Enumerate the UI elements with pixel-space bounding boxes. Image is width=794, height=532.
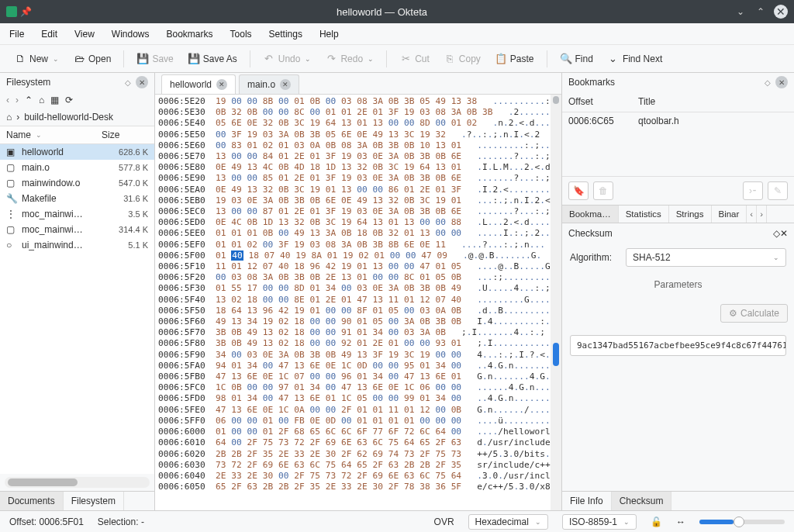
back-button[interactable]: ‹ <box>6 95 9 105</box>
forward-button[interactable]: › <box>16 95 19 105</box>
rtab-statistics[interactable]: Statistics <box>619 206 669 223</box>
cut-button[interactable]: ✂Cut <box>395 50 434 68</box>
bookmark-row[interactable]: 0006:6C65 qtoolbar.h <box>562 112 794 130</box>
search-icon: 🔍 <box>560 53 572 65</box>
hscrollbar[interactable] <box>5 477 150 488</box>
find-button[interactable]: 🔍Find <box>555 50 598 68</box>
fit-width-icon[interactable]: ↔ <box>676 516 685 527</box>
tab-helloworld[interactable]: helloworld✕ <box>161 74 236 94</box>
checksum-header: Checksum ◇ ✕ <box>562 223 794 244</box>
header-name[interactable]: Name⌄ <box>6 130 102 140</box>
file-name: ui_mainwind… <box>22 240 101 250</box>
file-row[interactable]: ○ui_mainwind…5.1 K <box>0 237 154 253</box>
calculate-button[interactable]: ⚙Calculate <box>720 304 788 323</box>
file-row[interactable]: ⋮moc_mainwi…3.5 K <box>0 206 154 222</box>
close-tab-icon[interactable]: ✕ <box>280 79 291 90</box>
file-row[interactable]: ▣helloworld628.6 K <box>0 144 154 160</box>
file-size: 3.5 K <box>105 209 148 219</box>
saveas-button[interactable]: 💾Save As <box>183 50 242 68</box>
file-size: 577.8 K <box>105 163 148 172</box>
vscrollbar[interactable] <box>551 95 561 510</box>
grid-icon[interactable]: ▦ <box>50 95 59 105</box>
menu-edit[interactable]: Edit <box>41 29 57 40</box>
menu-bookmarks[interactable]: Bookmarks <box>167 29 213 40</box>
findnext-icon: ⌄ <box>607 53 620 65</box>
up-button[interactable]: ⌃ <box>25 95 33 105</box>
window-title: helloworld — Okteta <box>36 6 727 18</box>
file-row[interactable]: ▢mainwindow.o547.0 K <box>0 175 154 191</box>
rtab-scroll-left[interactable]: ‹ <box>747 206 757 223</box>
minimize-button[interactable]: ⌄ <box>734 5 747 19</box>
coding-combo[interactable]: Hexadecimal⌄ <box>468 514 548 530</box>
hex-view[interactable]: 0006:5E20 19 00 00 8B 00 01 0B 00 03 08 … <box>155 95 561 510</box>
paste-button[interactable]: 📋Paste <box>490 50 539 68</box>
copy-button[interactable]: ⎘Copy <box>439 50 485 68</box>
save-button[interactable]: 💾Save <box>132 50 178 68</box>
delete-bookmark-button[interactable]: 🗑 <box>593 181 613 200</box>
menu-file[interactable]: File <box>9 29 24 40</box>
rtab-bookmarks[interactable]: Bookma… <box>562 206 619 223</box>
lock-icon[interactable]: 🔓 <box>651 516 662 527</box>
new-button[interactable]: 🗋New⌄ <box>9 50 64 68</box>
file-row[interactable]: ▢moc_mainwi…314.4 K <box>0 222 154 237</box>
tab-filesystem[interactable]: Filesystem <box>64 492 124 510</box>
editor-area: helloworld✕ main.o✕ 0006:5E20 19 00 00 8… <box>155 73 561 510</box>
tab-checksum[interactable]: Checksum <box>612 492 672 510</box>
pin-icon[interactable]: 📌 <box>20 6 32 17</box>
status-offset: Offset: 0006:5F01 <box>9 516 84 527</box>
maximize-button[interactable]: ⌃ <box>754 5 768 19</box>
file-icon: ⋮ <box>6 209 17 219</box>
scroll-thumb[interactable] <box>553 343 559 366</box>
add-bookmark-button[interactable]: 🔖 <box>568 181 589 200</box>
chevron-down-icon: ⌄ <box>773 254 779 261</box>
tab-main-o[interactable]: main.o✕ <box>239 74 299 94</box>
file-size: 31.6 K <box>105 194 148 203</box>
undo-button[interactable]: ↶Undo⌄ <box>258 50 316 68</box>
rtab-strings[interactable]: Strings <box>669 206 712 223</box>
menu-settings[interactable]: Settings <box>269 29 302 40</box>
tab-documents[interactable]: Documents <box>0 492 64 510</box>
algorithm-combo[interactable]: SHA-512⌄ <box>626 248 786 267</box>
float-icon[interactable]: ◇ <box>125 78 131 87</box>
breadcrumb[interactable]: ⌂ › build-helloworld-Desk <box>0 109 154 126</box>
home-icon[interactable]: ⌂ <box>39 95 44 105</box>
close-panel-button[interactable]: ✕ <box>775 76 788 88</box>
edit-bookmark-button[interactable]: ✎ <box>768 181 788 200</box>
header-size[interactable]: Size <box>102 130 148 140</box>
close-panel-button[interactable]: ✕ <box>780 228 788 239</box>
menu-tools[interactable]: Tools <box>230 29 252 40</box>
charset-combo[interactable]: ISO-8859-1⌄ <box>562 514 637 530</box>
rtab-binary[interactable]: Binar <box>712 206 747 223</box>
hash-output[interactable]: 9ac1347bad55167acbefbee95ce9f4c8c67f4476… <box>570 335 786 356</box>
close-button[interactable]: ✕ <box>774 5 788 19</box>
file-row[interactable]: 🔧Makefile31.6 K <box>0 191 154 206</box>
file-name: Makefile <box>22 193 101 204</box>
menu-help[interactable]: Help <box>319 29 339 40</box>
chevron-down-icon[interactable]: ⌄ <box>53 55 59 63</box>
refresh-icon[interactable]: ⟳ <box>65 95 73 105</box>
float-icon[interactable]: ◇ <box>773 228 780 239</box>
close-panel-button[interactable]: ✕ <box>136 76 148 88</box>
file-size: 547.0 K <box>105 178 148 188</box>
menu-windows[interactable]: Windows <box>112 29 150 40</box>
titlebar: 📌 helloworld — Okteta ⌄ ⌃ ✕ <box>0 0 794 23</box>
redo-icon: ↷ <box>325 53 337 65</box>
status-ovr[interactable]: OVR <box>434 516 454 527</box>
menu-view[interactable]: View <box>74 29 95 40</box>
zoom-slider[interactable] <box>699 520 785 524</box>
toolbar: 🗋New⌄ 🗁Open 💾Save 💾Save As ↶Undo⌄ ↷Redo⌄… <box>0 45 794 73</box>
open-button[interactable]: 🗁Open <box>68 50 116 68</box>
scroll-up-button[interactable] <box>553 96 559 104</box>
bookmarks-header: Bookmarks ◇ ✕ <box>562 73 794 92</box>
save-icon: 💾 <box>136 53 149 65</box>
file-row[interactable]: ▢main.o577.8 K <box>0 160 154 175</box>
findnext-button[interactable]: ⌄Find Next <box>602 50 667 68</box>
tab-fileinfo[interactable]: File Info <box>562 492 612 510</box>
parameters-label: Parameters <box>562 271 794 298</box>
close-tab-icon[interactable]: ✕ <box>216 79 227 90</box>
file-icon: 🔧 <box>6 193 17 204</box>
redo-button[interactable]: ↷Redo⌄ <box>320 50 378 68</box>
rtab-scroll-right[interactable]: › <box>757 206 767 223</box>
float-icon[interactable]: ◇ <box>765 78 771 87</box>
prev-bookmark-button[interactable]: ›⁃ <box>743 181 763 200</box>
